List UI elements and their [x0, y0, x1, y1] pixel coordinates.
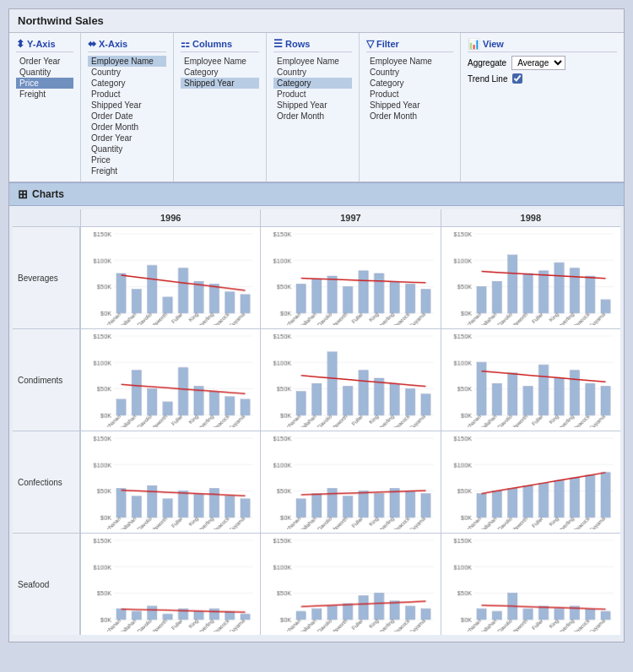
columns-item[interactable]: Shipped Year: [181, 78, 259, 89]
x-axis-header: ⬌ X-Axis: [88, 38, 166, 52]
charts-section: ⊞ Charts 199619971998 BeveragesCondiment…: [9, 182, 624, 642]
controls-row: ⬍ Y-Axis Order YearQuantityPriceFreight …: [9, 33, 624, 182]
chart-row: Confections: [13, 431, 620, 533]
year-header: 1998: [441, 209, 620, 226]
y-axis-item[interactable]: Quantity: [16, 67, 73, 78]
chart-canvas: [84, 230, 257, 325]
x-axis-item[interactable]: Country: [88, 67, 166, 78]
trendline-checkbox[interactable]: [512, 73, 522, 84]
y-axis-item[interactable]: Order Year: [16, 56, 73, 67]
chart-cell: [260, 227, 440, 328]
filter-item[interactable]: Employee Name: [366, 56, 453, 67]
chart-cells: [80, 329, 620, 431]
x-axis-items: Employee NameCountryCategoryProductShipp…: [88, 56, 166, 176]
aggregate-row: Aggregate AverageSumCountMinMax: [468, 56, 617, 70]
chart-row: Beverages: [13, 226, 620, 328]
columns-item[interactable]: Employee Name: [181, 56, 259, 67]
chart-cells: [80, 534, 620, 635]
charts-content: 199619971998 BeveragesCondimentsConfecti…: [9, 206, 624, 642]
charts-header: ⊞ Charts: [9, 182, 624, 206]
rows-item[interactable]: Product: [273, 89, 352, 100]
filter-item[interactable]: Country: [366, 67, 453, 78]
rows-item[interactable]: Order Month: [273, 111, 352, 122]
rows-items: Employee NameCountryCategoryProductShipp…: [273, 56, 352, 122]
rows-item[interactable]: Category: [273, 78, 352, 89]
x-axis-item[interactable]: Order Year: [88, 133, 166, 144]
row-category-label: Beverages: [13, 227, 80, 328]
chart-cell: [80, 431, 260, 533]
chart-cells: [80, 431, 620, 533]
y-axis-items: Order YearQuantityPriceFreight: [16, 56, 73, 100]
filter-icon: ▽: [366, 38, 374, 50]
app-container: Northwind Sales ⬍ Y-Axis Order YearQuant…: [8, 8, 625, 642]
x-axis-item[interactable]: Shipped Year: [88, 100, 166, 111]
x-axis-item[interactable]: Order Month: [88, 122, 166, 133]
view-icon: 📊: [468, 38, 480, 50]
charts-grid-icon: ⊞: [18, 187, 28, 201]
chart-canvas: [264, 333, 436, 427]
chart-canvas: [445, 537, 617, 631]
y-axis-icon: ⬍: [16, 38, 24, 50]
chart-cell: [441, 329, 620, 431]
filter-item[interactable]: Order Month: [366, 111, 453, 122]
x-axis-item[interactable]: Freight: [88, 165, 166, 176]
chart-canvas: [84, 333, 257, 427]
row-category-label: Condiments: [13, 329, 80, 431]
filter-item[interactable]: Category: [366, 78, 453, 89]
chart-cell: [441, 227, 620, 328]
chart-row: Seafood: [13, 533, 620, 635]
trendline-row: Trend Line: [468, 73, 617, 84]
chart-cell: [441, 534, 620, 635]
x-axis-item[interactable]: Order Date: [88, 111, 166, 122]
chart-cell: [80, 329, 260, 431]
filter-item[interactable]: Product: [366, 89, 453, 100]
x-axis-item[interactable]: Quantity: [88, 144, 166, 154]
rows-icon: ☰: [273, 38, 283, 50]
chart-cell: [441, 431, 620, 533]
chart-canvas: [264, 230, 436, 325]
x-axis-item[interactable]: Employee Name: [88, 56, 166, 67]
rows-item[interactable]: Employee Name: [273, 56, 352, 67]
chart-cell: [80, 534, 260, 635]
x-axis-icon: ⬌: [88, 38, 96, 50]
chart-rows: BeveragesCondimentsConfectionsSeafood: [13, 226, 620, 635]
columns-item[interactable]: Category: [181, 67, 259, 78]
filter-panel: ▽ Filter Employee NameCountryCategoryPro…: [360, 33, 461, 182]
columns-panel: ⚏ Columns Employee NameCategoryShipped Y…: [174, 33, 267, 182]
chart-row: Condiments: [13, 328, 620, 431]
chart-canvas: [445, 230, 617, 325]
filter-item[interactable]: Shipped Year: [366, 100, 453, 111]
year-header: 1996: [80, 209, 260, 226]
columns-icon: ⚏: [181, 38, 190, 50]
aggregate-select[interactable]: AverageSumCountMinMax: [511, 56, 565, 70]
y-axis-item[interactable]: Freight: [16, 89, 73, 100]
columns-header: ⚏ Columns: [181, 38, 259, 52]
chart-canvas: [84, 435, 257, 529]
rows-item[interactable]: Shipped Year: [273, 100, 352, 111]
x-axis-item[interactable]: Product: [88, 89, 166, 100]
year-headers-row: 199619971998: [80, 209, 620, 226]
rows-header: ☰ Rows: [273, 38, 352, 52]
row-category-label: Seafood: [13, 534, 80, 635]
aggregate-label: Aggregate: [468, 58, 506, 68]
chart-cell: [260, 329, 440, 431]
view-panel: 📊 View Aggregate AverageSumCountMinMax T…: [461, 33, 624, 182]
chart-cell: [260, 534, 440, 635]
y-axis-item[interactable]: Price: [16, 78, 73, 89]
view-header: 📊 View: [468, 38, 617, 52]
x-axis-item[interactable]: Category: [88, 78, 166, 89]
filter-items: Employee NameCountryCategoryProductShipp…: [366, 56, 453, 122]
x-axis-item[interactable]: Price: [88, 154, 166, 165]
year-header: 1997: [260, 209, 440, 226]
x-axis-panel: ⬌ X-Axis Employee NameCountryCategoryPro…: [81, 33, 174, 182]
chart-cell: [80, 227, 260, 328]
chart-canvas: [84, 537, 257, 631]
columns-items: Employee NameCategoryShipped Year: [181, 56, 259, 89]
chart-cells: [80, 227, 620, 328]
y-axis-header: ⬍ Y-Axis: [16, 38, 73, 52]
rows-item[interactable]: Country: [273, 67, 352, 78]
filter-header: ▽ Filter: [366, 38, 453, 52]
chart-canvas: [445, 435, 617, 529]
y-axis-panel: ⬍ Y-Axis Order YearQuantityPriceFreight: [9, 33, 81, 182]
chart-canvas: [264, 537, 436, 631]
